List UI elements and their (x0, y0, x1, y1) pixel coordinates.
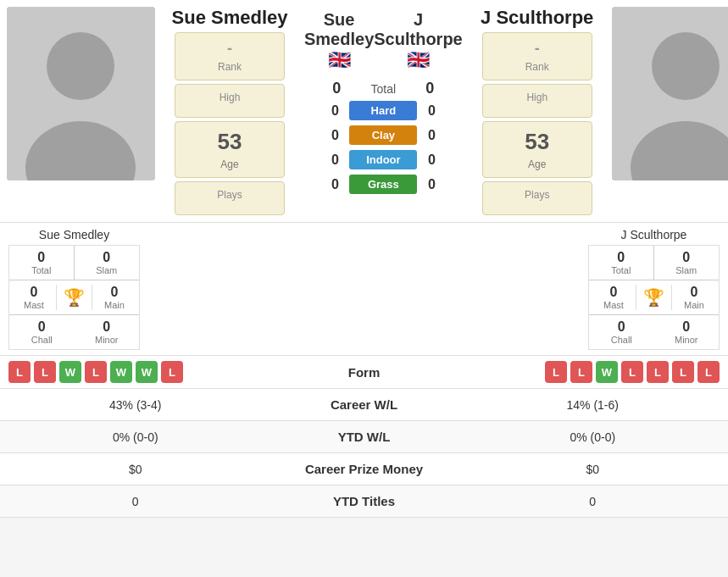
left-stat-total: 0 Total (9, 246, 75, 280)
right-stat-chall: 0 Chall (589, 315, 654, 349)
surf-left-score-1: 0 (327, 128, 342, 143)
left-form-badges: LLWLWWL (8, 361, 288, 383)
left-player-name: Sue Smedley (172, 7, 288, 29)
center-block: Sue Smedley 🇬🇧 J Sculthorpe 🇬🇧 0 Total 0… (304, 7, 463, 194)
left-high-label: High (220, 92, 241, 103)
total-score-row: 0 Total 0 (304, 80, 463, 97)
right-stat-slam: 0 Slam (654, 246, 720, 280)
badge-right-form-container-1: L (570, 361, 592, 383)
right-stats-grid: 0 Total 0 Slam 0 Mast 🏆 0 Main (588, 245, 720, 350)
main-layout: Sue Smedley - Rank High 53 Age Plays Sue… (0, 0, 728, 518)
right-age-value: 53 (525, 129, 549, 155)
badge-right-form-container-0: L (545, 361, 567, 383)
comp-right-1: 0% (0-0) (458, 422, 729, 452)
surface-row-2: 0 Indoor 0 (304, 150, 463, 169)
center-spacer (148, 223, 580, 355)
badge-right-form-container-4: L (647, 361, 669, 383)
surface-row-3: 0 Grass 0 (304, 175, 463, 194)
comp-right-3: 0 (458, 486, 729, 517)
badge-left-form-container-5: W (136, 361, 158, 383)
comparison-row-3: 0 YTD Titles 0 (0, 485, 728, 518)
comp-label-0: Career W/L (271, 389, 458, 420)
surf-left-score-2: 0 (327, 153, 342, 168)
right-rank-card: - Rank (482, 32, 592, 80)
comparison-row-2: $0 Career Prize Money $0 (0, 453, 728, 485)
surf-badge-1: Clay (349, 125, 417, 145)
badge-left-form-container-4: W (110, 361, 132, 383)
surf-left-score-3: 0 (327, 177, 342, 192)
left-stats-grid: 0 Total 0 Slam 0 Mast 🏆 0 Main (8, 245, 140, 350)
right-sub-stats: J Sculthorpe 0 Total 0 Slam 0 Mast 🏆 (580, 223, 728, 355)
left-trophy-icon: 🏆 (57, 287, 92, 308)
left-stat-mast: 0 Mast 🏆 0 Main (9, 280, 139, 315)
right-player-name: J Sculthorpe (481, 7, 593, 29)
left-player-info: Sue Smedley - Rank High 53 Age Plays (162, 7, 297, 215)
right-player-info: J Sculthorpe - Rank High 53 Age Plays (470, 7, 605, 215)
comp-left-2: $0 (0, 454, 271, 485)
top-row: Sue Smedley - Rank High 53 Age Plays Sue… (0, 0, 728, 222)
comp-label-1: YTD W/L (271, 421, 458, 452)
right-stat-total: 0 Total (589, 246, 654, 280)
surf-badge-3: Grass (349, 175, 417, 194)
left-stat-minor: 0 Minor (75, 315, 140, 349)
left-rank-value: - (227, 40, 232, 58)
surf-badge-2: Indoor (349, 150, 417, 169)
badge-right-form-container-6: L (697, 361, 720, 383)
left-rank-card: - Rank (175, 32, 285, 80)
right-flag: 🇬🇧 (374, 49, 462, 71)
right-stat-minor: 0 Minor (654, 315, 720, 349)
comparison-row-0: 43% (3-4) Career W/L 14% (1-6) (0, 389, 728, 421)
surface-row-1: 0 Clay 0 (304, 125, 463, 145)
right-plays-label: Plays (525, 189, 549, 201)
comp-left-1: 0% (0-0) (0, 422, 271, 452)
left-age-card: 53 Age (175, 121, 285, 178)
surf-badge-0: Hard (349, 101, 417, 120)
right-trophy-icon: 🏆 (636, 287, 671, 308)
right-high-label: High (526, 92, 547, 103)
right-form-badges: LLWLLLL (441, 361, 720, 383)
right-total-score: 0 (417, 80, 442, 97)
surf-right-score-0: 0 (424, 103, 439, 119)
surface-row-0: 0 Hard 0 (304, 101, 463, 120)
left-stat-slam: 0 Slam (75, 246, 140, 280)
right-name-center: J Sculthorpe (374, 10, 462, 49)
badge-right-form-container-5: L (672, 361, 694, 383)
left-name-center: Sue Smedley (304, 10, 374, 49)
surf-right-score-2: 0 (424, 153, 439, 168)
comp-left-3: 0 (0, 486, 271, 517)
surf-right-score-1: 0 (424, 128, 439, 143)
comp-right-2: $0 (458, 454, 729, 485)
left-flag: 🇬🇧 (304, 49, 374, 71)
right-sub-name: J Sculthorpe (580, 228, 728, 241)
svg-point-4 (652, 32, 720, 100)
right-stat-mast: 0 Mast 🏆 0 Main (589, 280, 719, 315)
right-high-card: High (482, 84, 592, 118)
right-plays-card: Plays (482, 181, 592, 215)
surf-right-score-3: 0 (424, 177, 439, 192)
badge-left-form-container-1: L (34, 361, 56, 383)
comp-left-0: 43% (3-4) (0, 390, 271, 420)
right-player-photo (612, 7, 728, 180)
left-plays-card: Plays (175, 181, 285, 215)
player-stats-row: Sue Smedley 0 Total 0 Slam 0 Mast 🏆 (0, 222, 728, 355)
right-age-card: 53 Age (482, 121, 592, 178)
badge-left-form-container-0: L (8, 361, 31, 383)
comparison-row-1: 0% (0-0) YTD W/L 0% (0-0) (0, 421, 728, 453)
right-age-label: Age (528, 158, 546, 170)
svg-point-1 (47, 32, 114, 100)
left-stat-chall: 0 Chall (9, 315, 75, 349)
left-player-photo (7, 7, 155, 180)
badge-right-form-container-3: L (621, 361, 643, 383)
comparison-rows: 43% (3-4) Career W/L 14% (1-6) 0% (0-0) … (0, 389, 728, 518)
form-label: Form (288, 365, 441, 380)
left-age-label: Age (220, 158, 238, 170)
left-sub-stats: Sue Smedley 0 Total 0 Slam 0 Mast 🏆 (0, 223, 148, 355)
surf-left-score-0: 0 (327, 103, 342, 119)
left-sub-name: Sue Smedley (0, 228, 148, 241)
badge-right-form-container-2: W (596, 361, 618, 383)
comp-right-0: 14% (1-6) (458, 390, 729, 420)
left-high-card: High (175, 84, 285, 118)
right-rank-label: Rank (525, 61, 549, 73)
badge-left-form-container-6: L (161, 361, 183, 383)
left-rank-label: Rank (218, 61, 242, 73)
